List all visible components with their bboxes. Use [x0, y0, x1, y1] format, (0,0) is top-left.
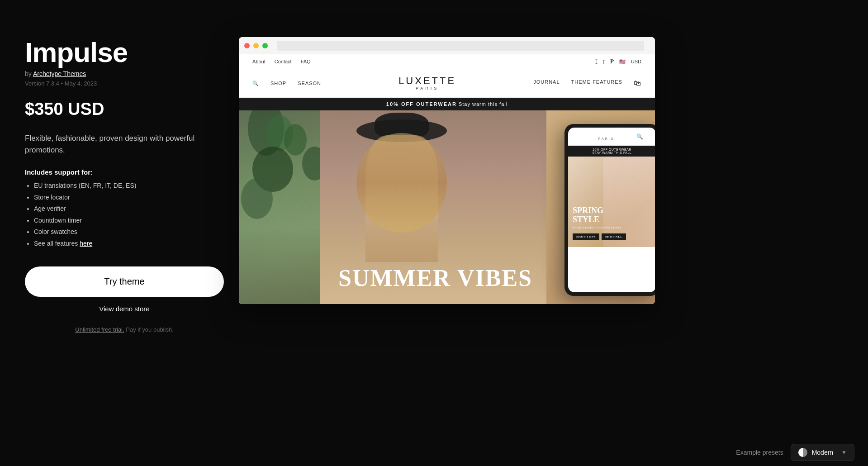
mobile-style: STYLE — [573, 215, 626, 224]
feature-item: EU translations (EN, FR, IT, DE, ES) — [34, 181, 242, 190]
nav-journal[interactable]: JOURNAL — [533, 79, 560, 87]
nav-season[interactable]: SEASON — [298, 81, 321, 86]
mobile-hero: SPRING STYLE Fresh looks for sunny days … — [568, 157, 655, 247]
mobile-banner: 10% OFF OUTERWEAR Stay warm this fall — [568, 146, 655, 157]
cart-icon[interactable]: 🛍 — [634, 79, 641, 87]
hero-text: SUMMER VIBES — [338, 265, 532, 291]
site-logo: LUXETTE PARIS — [398, 76, 456, 91]
browser-chrome — [239, 37, 655, 54]
banner-text: Stay warm this fall — [459, 101, 508, 107]
theme-price: $350 USD — [25, 100, 242, 119]
theme-title: Impulse — [25, 38, 242, 67]
theme-version: Version 7.3.4 • May 4, 2023 — [25, 80, 242, 87]
currency-label[interactable]: USD — [631, 59, 641, 64]
features-list: EU translations (EN, FR, IT, DE, ES) Sto… — [25, 181, 242, 248]
topbar-faq[interactable]: FAQ — [301, 59, 311, 64]
left-panel: Impulse by Archetype Themes Version 7.3.… — [25, 38, 242, 333]
feature-item-link: See all features here — [34, 239, 242, 248]
browser-mockup: About Contact FAQ 𝕀 f 𝐏 🇺🇸 USD 🔍 SHOP SE… — [239, 37, 655, 304]
mobile-nav: ≡ LUXETTE PARIS 🔍 🛍 — [568, 128, 655, 146]
free-trial-suffix: Pay if you publish. — [124, 326, 174, 333]
nav-shop[interactable]: SHOP — [270, 81, 286, 86]
site-logo-sub: PARIS — [398, 86, 456, 91]
feature-item: Color swatches — [34, 228, 242, 237]
unlimited-trial-link[interactable]: Unlimited free trial. — [75, 326, 124, 333]
by-prefix: by — [25, 70, 32, 77]
mobile-buttons: SHOP TOPS SHOP ALL — [573, 233, 626, 241]
instagram-icon: 𝕀 — [595, 58, 598, 65]
site-search-icon[interactable]: 🔍 — [252, 81, 259, 86]
preset-name: Modern — [812, 449, 833, 456]
site-navbar: 🔍 SHOP SEASON LUXETTE PARIS JOURNAL THEM… — [239, 69, 655, 98]
nav-features[interactable]: THEME FEATURES — [571, 79, 622, 87]
mobile-spring: SPRING — [573, 206, 626, 215]
site-topbar-left: About Contact FAQ — [252, 59, 311, 64]
banner-bold: 10% OFF OUTERWEAR — [386, 101, 457, 107]
site-nav-left: 🔍 SHOP SEASON — [252, 81, 321, 86]
mobile-shop-all[interactable]: SHOP ALL — [602, 233, 626, 241]
features-heading: Includes support for: — [25, 168, 242, 176]
mobile-menu-icon[interactable]: ≡ — [573, 133, 576, 140]
browser-address-bar[interactable] — [277, 41, 644, 51]
browser-close-dot[interactable] — [244, 43, 250, 48]
bottom-bar: Example presets Modern ▼ — [0, 439, 868, 466]
plant-decoration — [241, 178, 273, 219]
mobile-shop-tops[interactable]: SHOP TOPS — [573, 233, 599, 241]
site-banner: 10% OFF OUTERWEAR Stay warm this fall — [239, 98, 655, 110]
mobile-hero-sub: Fresh looks for sunny days — [573, 226, 626, 230]
mobile-logo-sub: PARIS — [594, 137, 619, 141]
plant-decoration — [284, 124, 307, 156]
free-trial-text: Unlimited free trial. Pay if you publish… — [25, 326, 224, 333]
theme-byline: by Archetype Themes — [25, 70, 242, 77]
example-presets-label: Example presets — [736, 449, 783, 456]
try-theme-button[interactable]: Try theme — [25, 266, 224, 297]
mobile-screen: ≡ LUXETTE PARIS 🔍 🛍 10% OFF OUTERWEAR — [568, 128, 655, 292]
mobile-cart-icon[interactable]: 🛍 — [646, 133, 651, 140]
preset-selector[interactable]: Modern ▼ — [791, 444, 854, 461]
mobile-logo: LUXETTE PARIS — [594, 132, 619, 141]
facebook-icon: f — [603, 58, 605, 65]
all-features-link[interactable]: here — [80, 240, 92, 247]
theme-description: Flexible, fashionable, proven design wit… — [25, 133, 224, 156]
mobile-hero-text: SPRING STYLE Fresh looks for sunny days … — [573, 206, 626, 240]
browser-minimize-dot[interactable] — [253, 43, 259, 48]
mobile-logo-main: LUXETTE — [594, 132, 619, 137]
site-hero: SUMMER VIBES ≡ LUXETTE PARIS 🔍 🛍 — [239, 110, 655, 304]
site-nav-right: JOURNAL THEME FEATURES 🛍 — [533, 79, 641, 87]
mobile-mockup: ≡ LUXETTE PARIS 🔍 🛍 10% OFF OUTERWEAR — [564, 124, 655, 296]
topbar-about[interactable]: About — [252, 59, 266, 64]
topbar-contact[interactable]: Contact — [275, 59, 292, 64]
feature-item: Store locator — [34, 193, 242, 202]
chevron-down-icon: ▼ — [841, 449, 847, 456]
pinterest-icon: 𝐏 — [610, 58, 614, 65]
view-demo-link[interactable]: View demo store — [25, 305, 224, 313]
feature-item: Countdown timer — [34, 216, 242, 225]
site-content: About Contact FAQ 𝕀 f 𝐏 🇺🇸 USD 🔍 SHOP SE… — [239, 54, 655, 304]
browser-maximize-dot[interactable] — [262, 43, 268, 48]
mobile-nav-icons: 🔍 🛍 — [636, 133, 651, 140]
currency-flag: 🇺🇸 — [619, 59, 626, 65]
feature-item: Age verifier — [34, 204, 242, 214]
site-topbar-right: 𝕀 f 𝐏 🇺🇸 USD — [595, 58, 641, 65]
preset-dot-icon — [798, 448, 807, 457]
site-logo-main[interactable]: LUXETTE — [398, 76, 456, 86]
author-link[interactable]: Archetype Themes — [33, 70, 86, 77]
figure-hair — [356, 133, 447, 233]
site-topbar: About Contact FAQ 𝕀 f 𝐏 🇺🇸 USD — [239, 54, 655, 69]
mobile-search-icon[interactable]: 🔍 — [636, 133, 643, 140]
